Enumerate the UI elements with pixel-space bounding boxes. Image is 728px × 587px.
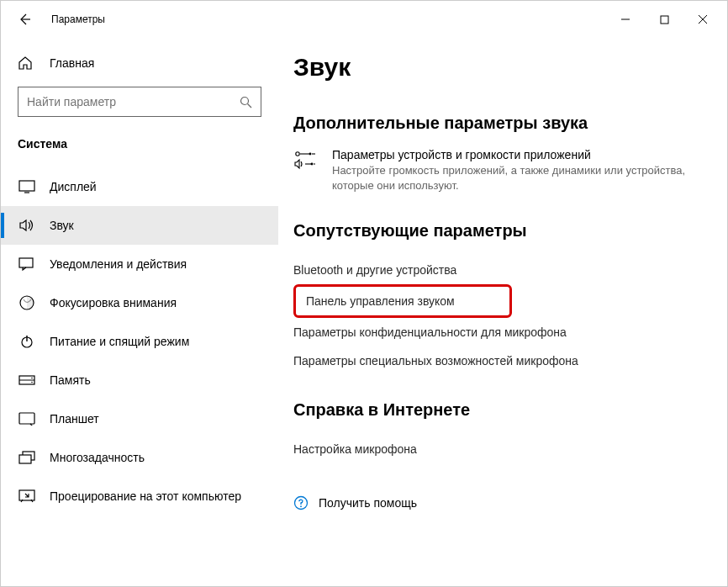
app-volume-desc: Настройте громкость приложений, а также … xyxy=(332,163,702,193)
sidebar-home-label: Главная xyxy=(50,56,94,70)
section-help-heading: Справка в Интернете xyxy=(293,400,702,420)
section-advanced-heading: Дополнительные параметры звука xyxy=(293,114,702,133)
sidebar-nav: Дисплей Звук Уведомления и действия xyxy=(1,167,278,516)
sidebar-category: Система xyxy=(1,132,278,167)
close-button[interactable] xyxy=(683,6,722,33)
notifications-icon xyxy=(18,256,36,272)
back-button[interactable] xyxy=(16,11,33,28)
back-arrow-icon xyxy=(18,13,31,26)
search-wrap xyxy=(1,78,278,132)
app-volume-icon xyxy=(293,150,317,170)
sound-icon xyxy=(18,218,36,233)
sidebar-item-project[interactable]: Проецирование на этот компьютер xyxy=(1,477,278,516)
main-panel: Звук Дополнительные параметры звука xyxy=(278,38,727,586)
sidebar-item-focus[interactable]: Фокусировка внимания xyxy=(1,283,278,322)
settings-window: Параметры Главная xyxy=(0,0,728,587)
svg-rect-6 xyxy=(19,181,34,191)
sidebar-item-sound[interactable]: Звук xyxy=(1,206,278,245)
svg-point-14 xyxy=(31,382,33,383)
section-related-heading: Сопутствующие параметры xyxy=(293,221,702,241)
svg-point-20 xyxy=(296,152,299,156)
content-area: Главная Система Дисплей xyxy=(1,38,727,586)
app-volume-title: Параметры устройств и громкости приложен… xyxy=(332,148,702,161)
search-box[interactable] xyxy=(18,87,261,117)
related-links: Bluetooth и другие устройства Панель упр… xyxy=(293,256,702,375)
app-volume-setting[interactable]: Параметры устройств и громкости приложен… xyxy=(293,148,702,193)
link-bluetooth[interactable]: Bluetooth и другие устройства xyxy=(293,256,702,284)
project-icon xyxy=(18,489,36,504)
svg-rect-8 xyxy=(19,258,33,267)
sidebar-item-label: Звук xyxy=(50,219,74,232)
page-title: Звук xyxy=(293,53,702,82)
sidebar-item-label: Проецирование на этот компьютер xyxy=(50,489,241,503)
sidebar-item-label: Многозадачность xyxy=(50,451,145,464)
link-mic-privacy[interactable]: Параметры конфиденциальности для микрофо… xyxy=(293,318,702,346)
app-volume-text: Параметры устройств и громкости приложен… xyxy=(332,148,702,193)
svg-rect-15 xyxy=(19,413,34,424)
svg-rect-1 xyxy=(661,16,668,24)
power-icon xyxy=(18,334,36,349)
sidebar-item-multitask[interactable]: Многозадачность xyxy=(1,438,278,477)
tablet-icon xyxy=(18,411,36,426)
svg-point-28 xyxy=(300,505,302,507)
sidebar-item-storage[interactable]: Память xyxy=(1,361,278,399)
home-icon xyxy=(18,56,34,71)
titlebar: Параметры xyxy=(1,1,727,38)
sidebar-item-display[interactable]: Дисплей xyxy=(1,167,278,206)
svg-point-13 xyxy=(31,378,33,379)
display-icon xyxy=(18,179,36,194)
maximize-button[interactable] xyxy=(645,6,683,33)
minimize-button[interactable] xyxy=(606,6,645,33)
storage-icon xyxy=(18,373,36,388)
focus-icon xyxy=(18,295,36,310)
sidebar-item-label: Питание и спящий режим xyxy=(50,335,189,348)
close-icon xyxy=(698,14,708,24)
sidebar-item-power[interactable]: Питание и спящий режим xyxy=(1,322,278,361)
sidebar-item-label: Уведомления и действия xyxy=(50,257,187,271)
search-input[interactable] xyxy=(27,95,240,108)
svg-point-22 xyxy=(309,153,312,156)
titlebar-left: Параметры xyxy=(16,11,105,28)
sidebar-home[interactable]: Главная xyxy=(1,48,278,78)
svg-point-25 xyxy=(311,163,314,166)
help-links: Настройка микрофона xyxy=(293,435,702,463)
sidebar-item-label: Планшет xyxy=(50,412,99,426)
get-help-row[interactable]: Получить помощь xyxy=(293,495,702,510)
app-title: Параметры xyxy=(51,13,105,25)
sidebar-item-notifications[interactable]: Уведомления и действия xyxy=(1,245,278,283)
get-help-label: Получить помощь xyxy=(319,496,417,510)
svg-line-5 xyxy=(248,103,252,108)
sidebar-item-label: Фокусировка внимания xyxy=(50,296,177,309)
window-controls xyxy=(606,6,722,33)
help-icon xyxy=(293,495,309,510)
svg-point-4 xyxy=(241,97,249,104)
minimize-icon xyxy=(620,14,630,24)
multitask-icon xyxy=(18,450,36,465)
maximize-icon xyxy=(660,15,669,24)
sidebar-item-label: Память xyxy=(50,373,91,387)
link-mic-accessibility[interactable]: Параметры специальных возможностей микро… xyxy=(293,346,702,375)
sidebar-item-tablet[interactable]: Планшет xyxy=(1,399,278,438)
link-sound-control-panel[interactable]: Панель управления звуком xyxy=(293,284,512,318)
sidebar-item-label: Дисплей xyxy=(50,180,97,193)
search-icon xyxy=(240,96,252,108)
sidebar: Главная Система Дисплей xyxy=(1,38,278,586)
link-mic-setup[interactable]: Настройка микрофона xyxy=(293,435,702,463)
svg-rect-18 xyxy=(19,455,31,463)
